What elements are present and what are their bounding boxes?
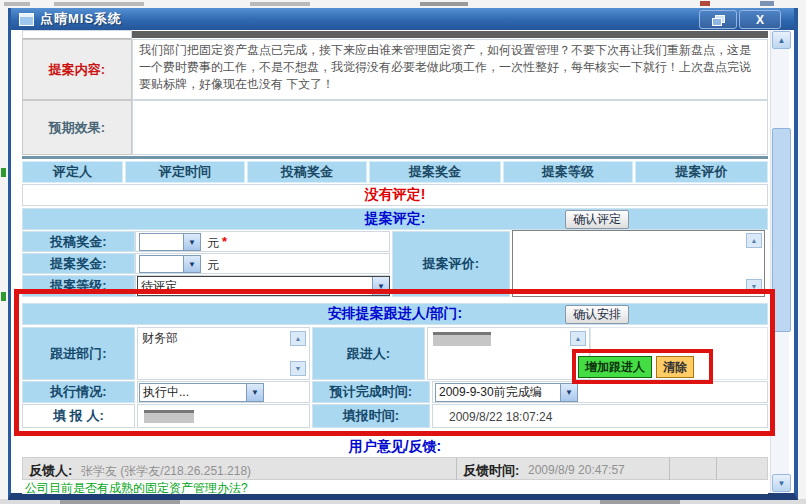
- section-divider: [22, 156, 768, 159]
- background-artifact: [600, 500, 680, 504]
- vertical-scrollbar[interactable]: ▲ ▼: [770, 30, 789, 493]
- header-proposal-grade: 提案等级: [503, 161, 633, 183]
- proposal-comment-label: 提案评价:: [392, 231, 510, 297]
- proposal-grade-select[interactable]: 待评定 ▼: [137, 276, 390, 296]
- app-icon: [19, 13, 34, 26]
- chevron-down-icon: ▼: [372, 277, 389, 295]
- background-artifact: [4, 2, 30, 6]
- scroll-down-icon[interactable]: ▼: [290, 361, 306, 376]
- feedback-person-value: 张学友 (张学友/218.26.251.218): [81, 463, 251, 480]
- proposal-bonus-label: 提案奖金:: [22, 253, 135, 274]
- cell-divider: [716, 458, 717, 481]
- scroll-up-icon: ▲: [778, 36, 786, 45]
- feedback-time-value: 2009/8/9 20:47:57: [528, 463, 625, 477]
- background-artifact: [700, 1, 710, 6]
- page-background: 点晴MIS系统 X 提案内容: 我们部门把固定资产盘点已完成，接下来应由谁来管理…: [0, 0, 806, 504]
- scroll-down-icon[interactable]: ▼: [746, 279, 762, 294]
- followup-dept-listbox[interactable]: 财务部 ▲ ▼: [137, 327, 310, 380]
- proposal-comment-textarea[interactable]: ▲ ▼: [512, 230, 765, 297]
- eta-label: 预计完成时间:: [312, 381, 430, 403]
- header-proposal-bonus: 提案奖金: [369, 161, 501, 183]
- background-artifact: [250, 2, 310, 6]
- submission-bonus-unit: 元: [207, 235, 219, 252]
- confirm-evaluation-button[interactable]: 确认评定: [565, 210, 629, 229]
- arrange-section-bar: 安排提案跟进人/部门:: [22, 303, 768, 325]
- scroll-down-icon: ▼: [778, 479, 786, 488]
- redacted-name: [433, 332, 491, 346]
- eta-select[interactable]: 2009-9-30前完成编 ▼: [435, 383, 578, 402]
- filler-cell: [137, 404, 310, 428]
- evaluation-section-bar: 提案评定:: [22, 208, 768, 230]
- scrollbar-thumb[interactable]: [772, 128, 791, 332]
- submission-bonus-label: 投稿奖金:: [22, 231, 135, 252]
- proposal-content-label: 提案内容:: [22, 39, 132, 100]
- feedback-question: 公司目前是否有成熟的固定资产管理办法?: [25, 480, 248, 497]
- feedback-row: 反馈人: 张学友 (张学友/218.26.251.218) 反馈时间: 2009…: [22, 457, 768, 480]
- add-follower-button[interactable]: 增加跟进人: [578, 356, 652, 378]
- scroll-up-button[interactable]: ▲: [772, 31, 791, 49]
- followup-dept-label: 跟进部门:: [22, 327, 135, 380]
- feedback-section-title: 用户意见/反馈:: [22, 437, 768, 457]
- submission-bonus-select[interactable]: ▼: [139, 233, 201, 251]
- scroll-up-icon[interactable]: ▲: [290, 331, 306, 346]
- close-button[interactable]: X: [739, 10, 781, 29]
- window-title: 点晴MIS系统: [40, 10, 122, 28]
- chevron-down-icon: ▼: [183, 256, 200, 272]
- scroll-down-button[interactable]: ▼: [772, 474, 791, 492]
- no-evaluation-message: 没有评定!: [22, 184, 768, 206]
- proposal-grade-value: 待评定: [138, 277, 372, 295]
- followup-dept-value: 财务部: [138, 328, 309, 349]
- background-artifact: [760, 1, 774, 6]
- feedback-question-row: 公司目前是否有成熟的固定资产管理办法?: [22, 480, 768, 494]
- feedback-time-label: 反馈时间:: [463, 462, 519, 480]
- cell-divider: [669, 458, 670, 481]
- arrange-section-title: 安排提案跟进人/部门:: [328, 305, 463, 323]
- redacted-name: [144, 410, 194, 423]
- chevron-down-icon: ▼: [246, 384, 263, 401]
- feedback-person-label: 反馈人:: [29, 462, 72, 480]
- proposal-bonus-select[interactable]: ▼: [139, 255, 201, 273]
- proposal-bonus-unit: 元: [207, 257, 219, 274]
- header-submission-bonus: 投稿奖金: [247, 161, 367, 183]
- clipped-row-strip: [132, 31, 768, 38]
- fill-time-label: 填报时间:: [312, 404, 430, 428]
- cell-divider: [456, 458, 457, 481]
- followup-person-listbox[interactable]: ▲: [427, 327, 590, 380]
- background-artifact: [420, 2, 468, 6]
- background-artifact: [1, 292, 6, 301]
- exec-status-value: 执行中...: [140, 384, 246, 401]
- exec-status-label: 执行情况:: [22, 381, 135, 403]
- background-artifact: [60, 500, 180, 504]
- proposal-content-text: 我们部门把固定资产盘点已完成，接下来应由谁来管理固定资产，如何设置管理？不要下次…: [132, 39, 768, 100]
- restore-button[interactable]: [699, 10, 737, 29]
- restore-window-icon: [712, 15, 724, 24]
- proposal-grade-label: 提案等级:: [22, 275, 135, 297]
- fill-time-cell: 2009/8/22 18:07:24: [432, 404, 768, 428]
- required-mark: *: [222, 234, 227, 249]
- clipped-row: [22, 30, 132, 39]
- submission-bonus-value: [140, 234, 183, 250]
- expected-effect-label: 预期效果:: [22, 100, 132, 155]
- exec-status-select[interactable]: 执行中... ▼: [139, 383, 264, 402]
- fill-time-value: 2009/8/22 18:07:24: [449, 410, 552, 424]
- header-eval-time: 评定时间: [125, 161, 245, 183]
- confirm-arrange-button[interactable]: 确认安排: [565, 305, 629, 324]
- chevron-down-icon: ▼: [183, 234, 200, 250]
- proposal-bonus-value: [140, 256, 183, 272]
- chevron-down-icon: ▼: [560, 384, 577, 401]
- evaluation-section-title: 提案评定:: [365, 210, 426, 228]
- header-proposal-comment: 提案评价: [635, 161, 768, 183]
- clear-button[interactable]: 清除: [656, 356, 694, 378]
- scroll-up-icon[interactable]: ▲: [570, 331, 586, 346]
- followup-person-label: 跟进人:: [312, 327, 425, 380]
- header-evaluator: 评定人: [22, 161, 123, 183]
- eta-value: 2009-9-30前完成编: [436, 384, 560, 401]
- filler-label: 填 报 人:: [22, 404, 135, 428]
- close-icon: X: [756, 13, 764, 27]
- titlebar: 点晴MIS系统: [11, 8, 794, 30]
- scroll-up-icon[interactable]: ▲: [746, 233, 762, 248]
- background-artifact: [54, 2, 144, 6]
- background-artifact: [1, 168, 6, 177]
- expected-effect-value: [132, 100, 768, 155]
